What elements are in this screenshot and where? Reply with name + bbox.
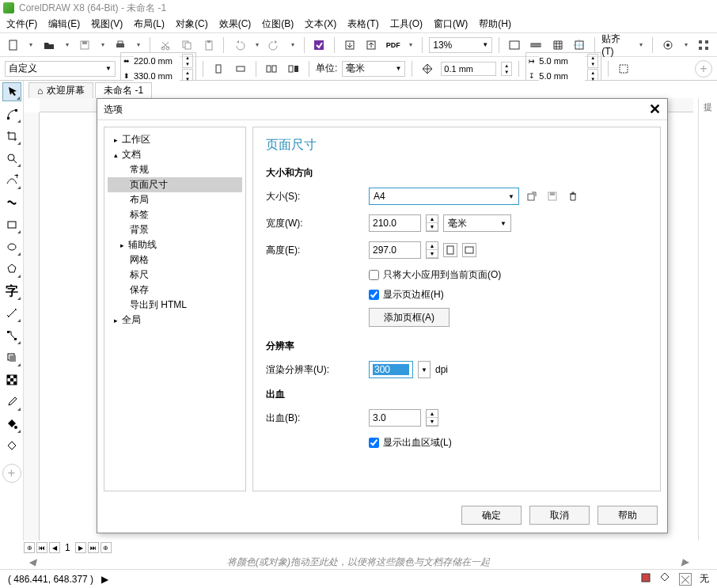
menu-tools[interactable]: 工具(O): [390, 17, 423, 31]
snap-to-dropdown[interactable]: ▾: [637, 36, 647, 54]
no-fill-swatch[interactable]: [679, 573, 692, 586]
menu-table[interactable]: 表格(T): [347, 17, 378, 31]
transparency-tool[interactable]: [2, 370, 21, 389]
new-button[interactable]: [5, 36, 22, 54]
print-dropdown[interactable]: ▾: [134, 36, 143, 54]
dup-y-input[interactable]: [539, 71, 585, 81]
artistic-media-tool[interactable]: [2, 193, 21, 212]
tab-welcome[interactable]: ⌂ 欢迎屏幕: [28, 82, 93, 98]
apply-current-checkbox[interactable]: 只将大小应用到当前页面(O): [369, 268, 647, 282]
zoom-level-select[interactable]: 13%▼: [429, 37, 492, 53]
tree-background[interactable]: 背景: [108, 222, 242, 237]
nudge-distance-input[interactable]: [441, 62, 496, 76]
menu-view[interactable]: 视图(V): [91, 17, 123, 31]
apply-current-input[interactable]: [369, 270, 379, 280]
add-page-frame-button[interactable]: 添加页框(A): [369, 308, 450, 327]
paste-button[interactable]: [200, 36, 218, 54]
options-dropdown[interactable]: ▾: [681, 36, 691, 54]
page-size-select[interactable]: A4▼: [369, 188, 519, 205]
landscape-button[interactable]: [232, 60, 249, 78]
orientation-portrait-button[interactable]: [443, 243, 457, 257]
pick-tool[interactable]: [2, 82, 21, 101]
orientation-landscape-button[interactable]: [462, 243, 476, 257]
page-add-after-button[interactable]: ⊕: [101, 542, 112, 553]
menu-object[interactable]: 对象(C): [176, 17, 208, 31]
units-select[interactable]: 毫米▼: [342, 61, 405, 77]
bleed-spinner[interactable]: ▲▼: [426, 409, 438, 427]
tree-layout[interactable]: 布局: [108, 192, 242, 207]
print-button[interactable]: [112, 36, 130, 54]
show-bleed-checkbox[interactable]: 显示出血区域(L): [369, 436, 647, 450]
crop-tool[interactable]: [2, 127, 21, 146]
import-button[interactable]: [341, 36, 358, 54]
drop-shadow-tool[interactable]: [2, 348, 21, 367]
tree-export-html[interactable]: 导出到 HTML: [108, 298, 242, 313]
undo-dropdown[interactable]: ▾: [252, 36, 262, 54]
open-button[interactable]: [40, 36, 58, 54]
undo-button[interactable]: [230, 36, 248, 54]
rectangle-tool[interactable]: [2, 215, 21, 234]
copy-button[interactable]: [178, 36, 195, 54]
menu-bitmap[interactable]: 位图(B): [262, 17, 294, 31]
fullscreen-button[interactable]: [506, 36, 523, 54]
ok-button[interactable]: 确定: [461, 506, 522, 525]
palette-right-arrow[interactable]: ▶: [681, 556, 689, 567]
width-spinner[interactable]: ▲▼: [426, 214, 438, 232]
zoom-tool[interactable]: [2, 149, 21, 168]
eyedropper-tool[interactable]: [2, 393, 21, 412]
page-prev-button[interactable]: ◀: [49, 542, 60, 553]
dup-x-input[interactable]: [539, 56, 585, 66]
cancel-button[interactable]: 取消: [529, 506, 590, 525]
menu-file[interactable]: 文件(F): [6, 17, 37, 31]
smart-fill-tool[interactable]: [2, 437, 21, 456]
app-launcher-button[interactable]: [696, 36, 713, 54]
render-res-dropdown[interactable]: ▼: [418, 361, 431, 378]
document-palette-hint[interactable]: ◀ 将颜色(或对象)拖动至此处，以便将这些颜色与文档存储在一起 ▶: [0, 555, 717, 569]
close-icon[interactable]: ✕: [649, 101, 661, 118]
height-input[interactable]: 297.0: [369, 241, 421, 259]
all-pages-button[interactable]: [263, 60, 280, 78]
page-height-input[interactable]: [134, 71, 180, 81]
show-bleed-input[interactable]: [369, 438, 379, 448]
menu-text[interactable]: 文本(X): [305, 17, 336, 31]
show-grid-button[interactable]: [549, 36, 567, 54]
page-width-input[interactable]: [134, 56, 180, 66]
menu-edit[interactable]: 编辑(E): [48, 17, 80, 31]
color-proof-icon[interactable]: [641, 573, 651, 585]
show-border-checkbox[interactable]: 显示页边框(H): [369, 288, 647, 302]
menu-effects[interactable]: 效果(C): [219, 17, 252, 31]
search-content-button[interactable]: [311, 36, 328, 54]
page-border-toggle[interactable]: [615, 60, 632, 78]
menu-help[interactable]: 帮助(H): [479, 17, 511, 31]
tree-document[interactable]: ▴文档: [108, 147, 242, 162]
redo-button[interactable]: [266, 36, 283, 54]
delete-preset-button[interactable]: [565, 188, 581, 204]
page-add-button[interactable]: ⊕: [24, 542, 35, 553]
palette-left-arrow[interactable]: ◀: [28, 556, 36, 567]
freehand-tool[interactable]: +: [2, 171, 21, 190]
tree-global[interactable]: ▸全局: [108, 313, 242, 328]
help-button[interactable]: 帮助: [598, 506, 658, 525]
save-preset-button[interactable]: [544, 188, 560, 204]
text-tool[interactable]: 字: [2, 282, 21, 301]
polygon-tool[interactable]: [2, 260, 21, 279]
new-dropdown[interactable]: ▾: [27, 36, 36, 54]
height-spinner[interactable]: ▲▼: [426, 241, 438, 259]
redo-dropdown[interactable]: ▾: [288, 36, 298, 54]
nudge-spinner[interactable]: ▲▼: [501, 62, 512, 76]
tree-guides[interactable]: ▸辅助线: [108, 237, 242, 252]
open-dropdown[interactable]: ▾: [63, 36, 72, 54]
tree-ruler[interactable]: 标尺: [108, 267, 242, 283]
tree-workspace[interactable]: ▸工作区: [108, 132, 242, 147]
fill-swatch-icon[interactable]: [658, 571, 671, 586]
portrait-button[interactable]: [210, 60, 227, 78]
publish-pdf-button[interactable]: PDF: [385, 36, 402, 54]
tree-general[interactable]: 常规: [108, 162, 242, 177]
menu-window[interactable]: 窗口(W): [434, 17, 468, 31]
render-res-input[interactable]: 300: [369, 361, 413, 378]
publish-pdf-dropdown[interactable]: ▾: [407, 36, 416, 54]
tree-save[interactable]: 保存: [108, 283, 242, 298]
add-button[interactable]: +: [695, 60, 712, 78]
vertical-ruler[interactable]: [24, 112, 40, 541]
menu-layout[interactable]: 布局(L): [134, 17, 165, 31]
